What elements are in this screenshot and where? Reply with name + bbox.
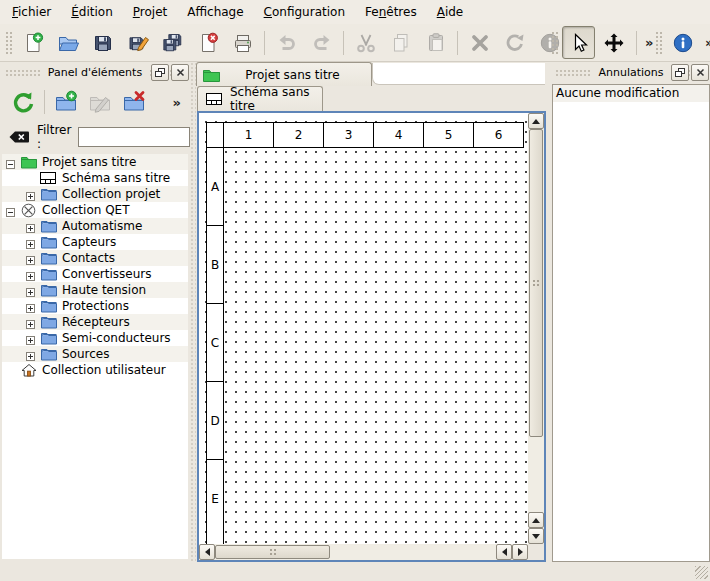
copy-button[interactable] — [384, 26, 417, 59]
toolbar-handle[interactable] — [551, 30, 558, 56]
tree-item-sources[interactable]: Sources — [2, 346, 188, 362]
undo-panel-dock: Annulations Aucune modification — [552, 62, 710, 562]
panel-splitter[interactable] — [190, 62, 196, 562]
tree-item-label: Protections — [62, 299, 129, 313]
menu-edition[interactable]: Édition — [61, 1, 123, 23]
tree-item-label: Schéma sans titre — [62, 171, 170, 185]
printer-icon — [232, 32, 254, 54]
menu-projet[interactable]: Projet — [123, 1, 177, 23]
toolbar-handle[interactable] — [655, 30, 662, 56]
dock-float-button[interactable] — [151, 64, 169, 81]
menu-affichage[interactable]: Affichage — [177, 1, 253, 23]
scroll-left-button[interactable] — [199, 544, 215, 560]
open-document-button[interactable] — [51, 26, 84, 59]
menu-fenetres[interactable]: Fenêtres — [355, 1, 427, 23]
tree-item-automatisme[interactable]: Automatisme — [2, 218, 188, 234]
tree-item-projet-sans-titre[interactable]: Projet sans titre — [2, 154, 188, 170]
delete-category-button[interactable] — [118, 86, 150, 118]
scrollbar-corner — [528, 544, 544, 560]
tree-expander-minus[interactable] — [6, 158, 15, 167]
dock-close-button[interactable] — [691, 64, 709, 81]
menu-aide[interactable]: Aide — [427, 1, 474, 23]
pan-mode-button[interactable] — [597, 26, 630, 59]
save-all-button[interactable] — [156, 26, 189, 59]
undo-button[interactable] — [270, 26, 303, 59]
tree-item-semi-conducteurs[interactable]: Semi-conducteurs — [2, 330, 188, 346]
select-mode-button[interactable] — [562, 26, 595, 59]
folder-blue-icon — [40, 252, 57, 265]
dock-float-button[interactable] — [671, 64, 689, 81]
tree-expander-plus[interactable] — [26, 302, 35, 311]
tree-expander-plus[interactable] — [26, 286, 35, 295]
tree-expander-plus[interactable] — [26, 270, 35, 279]
menu-fichier[interactable]: Fichier — [2, 1, 61, 23]
cut-button[interactable] — [349, 26, 382, 59]
rotate-button[interactable] — [498, 26, 531, 59]
tree-item-label: Convertisseurs — [62, 267, 151, 281]
resize-grip[interactable] — [695, 566, 708, 579]
tree-expander-plus[interactable] — [26, 222, 35, 231]
undo-history-list[interactable]: Aucune modification — [552, 84, 710, 562]
tree-item-convertisseurs[interactable]: Convertisseurs — [2, 266, 188, 282]
tree-item-recepteurs[interactable]: Récepteurs — [2, 314, 188, 330]
toolbar-extension-button[interactable]: » — [700, 35, 710, 50]
tree-item-schema-sans-titre[interactable]: Schéma sans titre — [2, 170, 188, 186]
tree-item-label: Capteurs — [62, 235, 116, 249]
clear-filter-icon[interactable] — [8, 129, 30, 145]
tree-item-haute-tension[interactable]: Haute tension — [2, 282, 188, 298]
tree-item-collection-utilisateur[interactable]: Collection utilisateur — [2, 362, 188, 378]
schema-icon — [206, 92, 223, 106]
diagram-info-button[interactable] — [666, 26, 699, 59]
filter-input[interactable] — [78, 127, 190, 147]
menu-configuration[interactable]: Configuration — [254, 1, 355, 23]
column-header-2: 2 — [273, 122, 324, 148]
tree-expander-plus[interactable] — [26, 190, 35, 199]
scroll-down-button[interactable] — [528, 528, 544, 544]
toolbar-area: » » — [0, 24, 710, 62]
scroll-left-button-2[interactable] — [496, 544, 512, 560]
tree-expander-plus[interactable] — [26, 318, 35, 327]
delete-button[interactable] — [463, 26, 496, 59]
undo-panel-titlebar[interactable]: Annulations — [552, 62, 710, 82]
schema-view: 123456ABCDE — [197, 111, 546, 562]
save-button[interactable] — [86, 26, 119, 59]
tree-expander-plus[interactable] — [26, 238, 35, 247]
move-cross-icon — [603, 32, 625, 54]
tab-schema[interactable]: Schéma sans titre — [197, 86, 323, 111]
scroll-up-button-2[interactable] — [528, 512, 544, 528]
undo-list-item[interactable]: Aucune modification — [553, 85, 709, 102]
scroll-right-button[interactable] — [512, 544, 528, 560]
toolbar-extension-button[interactable]: » — [168, 95, 186, 110]
edit-category-button[interactable] — [84, 86, 116, 118]
close-document-button[interactable] — [191, 26, 224, 59]
horizontal-scrollbar[interactable] — [199, 544, 528, 560]
elements-panel-titlebar[interactable]: Panel d'éléments — [0, 62, 190, 82]
horizontal-scroll-thumb[interactable] — [215, 545, 330, 559]
tree-expander-plus[interactable] — [26, 254, 35, 263]
new-category-button[interactable] — [50, 86, 82, 118]
tab-project[interactable]: Projet sans titre — [196, 62, 372, 86]
vertical-scrollbar[interactable] — [528, 113, 544, 544]
page-new-icon — [22, 32, 44, 54]
tree-expander-plus[interactable] — [26, 350, 35, 359]
print-button[interactable] — [226, 26, 259, 59]
dock-close-button[interactable] — [171, 64, 189, 81]
new-document-button[interactable] — [16, 26, 49, 59]
vertical-scroll-thumb[interactable] — [529, 129, 543, 437]
tree-item-collection-projet[interactable]: Collection projet — [2, 186, 188, 202]
redo-button[interactable] — [305, 26, 338, 59]
tree-item-collection-qet[interactable]: Collection QET — [2, 202, 188, 218]
save-as-button[interactable] — [121, 26, 154, 59]
tree-item-protections[interactable]: Protections — [2, 298, 188, 314]
tree-item-capteurs[interactable]: Capteurs — [2, 234, 188, 250]
toolbar-handle[interactable] — [5, 30, 12, 56]
scroll-up-button[interactable] — [528, 113, 544, 129]
tree-expander-minus[interactable] — [6, 206, 15, 215]
paste-button[interactable] — [419, 26, 452, 59]
elements-tree[interactable]: Projet sans titreSchéma sans titreCollec… — [2, 154, 188, 559]
tree-item-contacts[interactable]: Contacts — [2, 250, 188, 266]
tree-expander-plus[interactable] — [26, 334, 35, 343]
diagram-canvas[interactable]: 123456ABCDE — [199, 113, 528, 544]
schema-tab-bar: Schéma sans titre — [196, 86, 546, 111]
reload-collections-button[interactable] — [7, 86, 39, 118]
